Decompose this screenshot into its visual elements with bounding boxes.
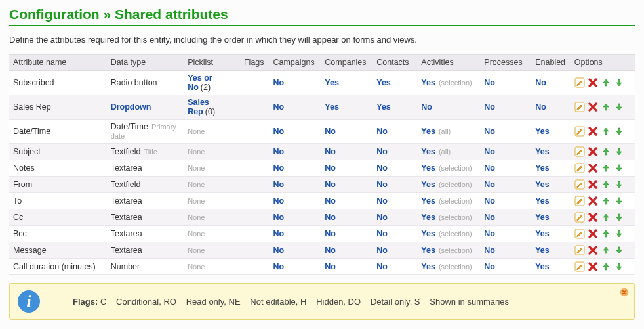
move-down-icon[interactable] bbox=[614, 126, 624, 137]
attr-processes[interactable]: No bbox=[480, 160, 531, 177]
attr-contacts[interactable]: No bbox=[372, 177, 417, 193]
attr-enabled[interactable]: Yes bbox=[531, 242, 571, 259]
delete-icon[interactable] bbox=[588, 212, 598, 223]
move-up-icon[interactable] bbox=[601, 229, 611, 239]
attr-campaigns[interactable]: No bbox=[269, 226, 321, 242]
attr-processes[interactable]: No bbox=[480, 226, 531, 242]
attr-companies[interactable]: Yes bbox=[321, 95, 372, 120]
attr-companies[interactable]: No bbox=[321, 120, 372, 144]
attr-picklist[interactable]: Yes or No(2) bbox=[184, 71, 240, 95]
attr-name[interactable]: Notes bbox=[9, 160, 107, 177]
delete-icon[interactable] bbox=[588, 102, 598, 112]
move-up-icon[interactable] bbox=[601, 179, 611, 190]
delete-icon[interactable] bbox=[588, 261, 598, 272]
attr-campaigns[interactable]: No bbox=[269, 177, 321, 193]
move-down-icon[interactable] bbox=[614, 77, 624, 88]
edit-icon[interactable] bbox=[574, 261, 585, 272]
attr-contacts[interactable]: No bbox=[372, 242, 417, 259]
move-down-icon[interactable] bbox=[614, 245, 624, 255]
attr-contacts[interactable]: No bbox=[372, 120, 417, 144]
attr-processes[interactable]: No bbox=[480, 120, 531, 144]
edit-icon[interactable] bbox=[574, 126, 585, 137]
attr-name[interactable]: Subscribed bbox=[9, 71, 107, 95]
attr-name[interactable]: Date/Time bbox=[9, 120, 107, 144]
attr-processes[interactable]: No bbox=[480, 209, 531, 226]
breadcrumb-root[interactable]: Configuration bbox=[9, 7, 100, 22]
attr-name[interactable]: To bbox=[9, 193, 107, 209]
move-down-icon[interactable] bbox=[614, 102, 624, 112]
attr-contacts[interactable]: No bbox=[372, 226, 417, 242]
attr-companies[interactable]: No bbox=[321, 144, 372, 160]
attr-name[interactable]: Subject bbox=[9, 144, 107, 160]
attr-contacts[interactable]: No bbox=[372, 209, 417, 226]
attr-processes[interactable]: No bbox=[480, 144, 531, 160]
delete-icon[interactable] bbox=[588, 146, 598, 157]
attr-campaigns[interactable]: No bbox=[269, 120, 321, 144]
attr-name[interactable]: Bcc bbox=[9, 226, 107, 242]
attr-contacts[interactable]: Yes bbox=[372, 71, 417, 95]
move-up-icon[interactable] bbox=[601, 146, 611, 157]
col-campaigns[interactable]: Campaigns bbox=[269, 55, 321, 71]
move-up-icon[interactable] bbox=[601, 163, 611, 173]
move-up-icon[interactable] bbox=[601, 77, 611, 88]
attr-name[interactable]: Sales Rep bbox=[9, 95, 107, 120]
attr-companies[interactable]: No bbox=[321, 242, 372, 259]
attr-enabled[interactable]: Yes bbox=[531, 120, 571, 144]
attr-name[interactable]: Cc bbox=[9, 209, 107, 226]
move-up-icon[interactable] bbox=[601, 102, 611, 112]
attr-enabled[interactable]: No bbox=[531, 95, 571, 120]
attr-companies[interactable]: No bbox=[321, 209, 372, 226]
edit-icon[interactable] bbox=[574, 146, 585, 157]
delete-icon[interactable] bbox=[588, 196, 598, 206]
edit-icon[interactable] bbox=[574, 196, 585, 206]
attr-processes[interactable]: No bbox=[480, 242, 531, 259]
col-activities[interactable]: Activities bbox=[417, 55, 480, 71]
attr-campaigns[interactable]: No bbox=[269, 160, 321, 177]
delete-icon[interactable] bbox=[588, 163, 598, 173]
attr-enabled[interactable]: Yes bbox=[531, 226, 571, 242]
attr-activities[interactable]: Yes (selection) bbox=[417, 209, 480, 226]
attr-activities[interactable]: Yes (selection) bbox=[417, 177, 480, 193]
attr-contacts[interactable]: Yes bbox=[372, 95, 417, 120]
col-contacts[interactable]: Contacts bbox=[372, 55, 417, 71]
attr-contacts[interactable]: No bbox=[372, 160, 417, 177]
attr-enabled[interactable]: Yes bbox=[531, 160, 571, 177]
attr-processes[interactable]: No bbox=[480, 95, 531, 120]
edit-icon[interactable] bbox=[574, 245, 585, 255]
attr-enabled[interactable]: No bbox=[531, 71, 571, 95]
attr-name[interactable]: Call duration (minutes) bbox=[9, 259, 107, 275]
attr-processes[interactable]: No bbox=[480, 193, 531, 209]
col-options[interactable]: Options bbox=[571, 55, 635, 71]
col-flags[interactable]: Flags bbox=[240, 55, 269, 71]
edit-icon[interactable] bbox=[574, 212, 585, 223]
edit-icon[interactable] bbox=[574, 163, 585, 173]
attr-name[interactable]: Message bbox=[9, 242, 107, 259]
edit-icon[interactable] bbox=[574, 102, 585, 112]
attr-activities[interactable]: Yes (selection) bbox=[417, 259, 480, 275]
attr-enabled[interactable]: Yes bbox=[531, 144, 571, 160]
move-down-icon[interactable] bbox=[614, 229, 624, 239]
edit-icon[interactable] bbox=[574, 229, 585, 239]
attr-companies[interactable]: No bbox=[321, 177, 372, 193]
col-companies[interactable]: Companies bbox=[321, 55, 372, 71]
edit-icon[interactable] bbox=[574, 77, 585, 88]
attr-processes[interactable]: No bbox=[480, 71, 531, 95]
move-up-icon[interactable] bbox=[601, 126, 611, 137]
move-down-icon[interactable] bbox=[614, 212, 624, 223]
attr-campaigns[interactable]: No bbox=[269, 71, 321, 95]
attr-activities[interactable]: Yes (selection) bbox=[417, 242, 480, 259]
attr-activities[interactable]: Yes (all) bbox=[417, 120, 480, 144]
attr-enabled[interactable]: Yes bbox=[531, 259, 571, 275]
move-down-icon[interactable] bbox=[614, 196, 624, 206]
attr-activities[interactable]: Yes (selection) bbox=[417, 193, 480, 209]
attr-picklist[interactable]: Sales Rep(0) bbox=[184, 95, 240, 120]
attr-contacts[interactable]: No bbox=[372, 144, 417, 160]
col-processes[interactable]: Processes bbox=[480, 55, 531, 71]
attr-companies[interactable]: Yes bbox=[321, 71, 372, 95]
attr-name[interactable]: From bbox=[9, 177, 107, 193]
attr-enabled[interactable]: Yes bbox=[531, 177, 571, 193]
delete-icon[interactable] bbox=[588, 77, 598, 88]
attr-companies[interactable]: No bbox=[321, 259, 372, 275]
col-enabled[interactable]: Enabled bbox=[531, 55, 571, 71]
move-up-icon[interactable] bbox=[601, 196, 611, 206]
